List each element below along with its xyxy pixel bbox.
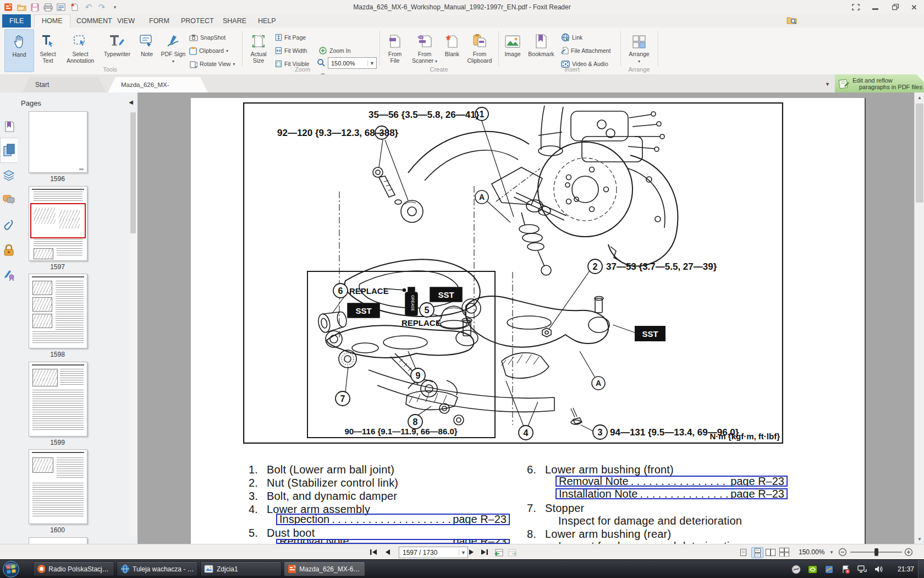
attachments-panel-icon[interactable] bbox=[2, 217, 15, 232]
zoom-combo-arrow-icon[interactable]: ▼ bbox=[367, 61, 376, 66]
scroll-up-icon[interactable]: ▲ bbox=[915, 93, 924, 102]
removal-note-link[interactable]: Removal Note. . . . . . . . . . . . . . … bbox=[556, 476, 788, 487]
select-annotation-button[interactable]: Select Annotation bbox=[63, 29, 98, 71]
tab-protect[interactable]: PROTECT bbox=[174, 14, 221, 28]
zoom-slider-handle[interactable] bbox=[875, 548, 878, 556]
document-area[interactable]: 35—56 {3.5—5.8, 26—41} 92—120 {9.3—12.3,… bbox=[138, 92, 914, 544]
insert-file-attachment-button[interactable]: File Attachment bbox=[561, 44, 610, 57]
facing-view-icon[interactable] bbox=[765, 547, 776, 557]
tray-update-icon[interactable] bbox=[824, 564, 834, 574]
status-zoom-in-icon[interactable] bbox=[904, 547, 913, 557]
create-from-scanner-button[interactable]: From Scanner ▾ bbox=[409, 29, 440, 71]
next-page-button[interactable] bbox=[469, 547, 474, 557]
thumbnail-page-1596[interactable] bbox=[29, 111, 87, 173]
create-from-file-button[interactable]: From File bbox=[383, 29, 407, 71]
fit-width-button[interactable]: Fit Width bbox=[275, 44, 307, 57]
layers-panel-icon[interactable] bbox=[2, 168, 15, 183]
status-zoom-dropdown-icon[interactable]: ▼ bbox=[829, 550, 834, 555]
zoom-level-combobox[interactable]: 150.00% ▼ bbox=[328, 57, 377, 69]
tray-nvidia-icon[interactable] bbox=[807, 564, 817, 574]
create-blank-button[interactable]: Blank bbox=[442, 29, 462, 71]
document-scrollbar[interactable]: ▲ ▼ bbox=[914, 92, 924, 544]
typewriter-button[interactable]: Typewriter bbox=[100, 29, 134, 71]
note-button[interactable]: Note bbox=[136, 29, 157, 71]
insert-bookmark-button[interactable]: Bookmark bbox=[526, 29, 557, 71]
taskbar-button-photos[interactable]: Zdjcia1 bbox=[200, 561, 282, 576]
search-folder-icon[interactable] bbox=[787, 15, 797, 27]
print-icon[interactable] bbox=[43, 2, 53, 12]
tab-share[interactable]: SHARE bbox=[216, 14, 254, 28]
page-combo-arrow-icon[interactable]: ▼ bbox=[459, 550, 468, 555]
actual-size-button[interactable]: Actual Size bbox=[245, 29, 272, 71]
hand-tool-button[interactable]: Hand bbox=[4, 29, 34, 72]
tab-file[interactable]: FILE bbox=[2, 14, 31, 28]
inspection-link[interactable]: Inspection. . . . . . . . . . . . . . . … bbox=[276, 514, 510, 525]
clipboard-button[interactable]: Clipboard▾ bbox=[189, 44, 228, 57]
start-button[interactable] bbox=[2, 560, 20, 578]
pages-panel-tab-active[interactable] bbox=[0, 138, 18, 163]
thumbnail-page-1599[interactable] bbox=[29, 362, 87, 437]
thumbnail-page-1598[interactable] bbox=[29, 274, 87, 348]
taskbar-clock[interactable]: 21:37 bbox=[898, 560, 914, 578]
redo-icon[interactable]: ↷ bbox=[97, 2, 107, 12]
continuous-view-icon[interactable] bbox=[751, 547, 763, 558]
email-document-icon[interactable] bbox=[56, 2, 66, 12]
taskbar-button-foxit[interactable]: Mazda_626_MX-6_W... bbox=[284, 561, 365, 576]
tab-form[interactable]: FORM bbox=[142, 14, 177, 28]
thumbnail-page-1597[interactable] bbox=[29, 186, 87, 261]
create-from-clipboard-button[interactable]: From Clipboard bbox=[464, 29, 495, 71]
undo-icon[interactable]: ↶ bbox=[84, 2, 94, 12]
select-text-button[interactable]: Select Text bbox=[35, 29, 61, 71]
minimize-button[interactable] bbox=[870, 3, 881, 12]
pages-panel-scrollbar[interactable] bbox=[130, 112, 136, 536]
taskbar-button-radio[interactable]: Radio PolskaStacja - ... bbox=[33, 561, 114, 576]
new-document-icon[interactable] bbox=[69, 2, 79, 12]
bookmarks-panel-icon[interactable] bbox=[2, 119, 15, 134]
save-icon[interactable] bbox=[30, 2, 40, 12]
taskbar-button-browser[interactable]: Tuleja wachacza - G... bbox=[117, 561, 198, 576]
status-zoom-out-icon[interactable] bbox=[838, 547, 847, 557]
tab-start[interactable]: Start bbox=[22, 77, 106, 92]
open-file-icon[interactable] bbox=[16, 2, 26, 12]
single-page-view-icon[interactable] bbox=[738, 547, 749, 557]
tab-help[interactable]: HELP bbox=[251, 14, 283, 28]
tray-volume-icon[interactable] bbox=[873, 564, 883, 574]
snapshot-button[interactable]: SnapShot bbox=[189, 31, 226, 44]
restore-button[interactable] bbox=[890, 3, 901, 12]
next-view-button[interactable] bbox=[508, 547, 518, 557]
page-number-field[interactable]: 1597 / 1730 ▼ bbox=[399, 547, 468, 558]
tray-network-icon[interactable] bbox=[857, 564, 867, 574]
insert-link-button[interactable]: Link bbox=[561, 31, 582, 44]
installation-note-link[interactable]: Installation Note. . . . . . . . . . . .… bbox=[556, 488, 788, 499]
fullscreen-icon[interactable] bbox=[850, 3, 861, 12]
collapse-panel-icon[interactable]: ◀ bbox=[129, 99, 133, 105]
security-panel-icon[interactable] bbox=[2, 243, 15, 257]
previous-view-button[interactable] bbox=[494, 547, 503, 557]
pdf-sign-button[interactable]: PDF Sign ▾ bbox=[161, 29, 186, 71]
removal-note-link-partial[interactable]: Removal Note. . . . . . . . . . . . . . … bbox=[276, 539, 510, 544]
tab-document[interactable]: Mazda_626_MX-6_Works... ✕ bbox=[108, 77, 208, 92]
zoom-in-button[interactable]: Zoom In bbox=[319, 44, 351, 57]
scroll-down-icon[interactable]: ▼ bbox=[915, 535, 924, 543]
close-button[interactable]: ✕ bbox=[909, 3, 920, 12]
rotate-view-button[interactable]: Rotate View▾ bbox=[189, 57, 235, 70]
fit-page-button[interactable]: Fit Page bbox=[275, 31, 306, 44]
signature-panel-icon[interactable] bbox=[2, 268, 15, 282]
edit-reflow-banner[interactable]: Edit and reflow paragraphs in PDF files bbox=[835, 74, 924, 92]
tab-list-dropdown-icon[interactable]: ▼ bbox=[825, 81, 830, 87]
continuous-facing-view-icon[interactable] bbox=[779, 547, 790, 557]
comments-panel-icon[interactable] bbox=[2, 193, 15, 207]
show-desktop-button[interactable] bbox=[918, 560, 924, 578]
thumbnail-page-1600[interactable] bbox=[29, 449, 87, 524]
insert-image-button[interactable]: Image bbox=[502, 29, 524, 71]
scrollbar-thumb[interactable] bbox=[916, 103, 923, 203]
tab-view[interactable]: VIEW bbox=[110, 14, 142, 28]
tray-action-center-icon[interactable] bbox=[840, 564, 850, 574]
previous-page-button[interactable] bbox=[385, 547, 391, 557]
customize-quick-access-icon[interactable]: ▾ bbox=[110, 2, 120, 12]
tray-app-icon[interactable] bbox=[791, 564, 801, 574]
first-page-button[interactable] bbox=[370, 547, 377, 557]
arrange-button[interactable]: Arrange▾ bbox=[625, 29, 653, 71]
last-page-button[interactable] bbox=[481, 547, 488, 557]
tab-home[interactable]: HOME bbox=[34, 14, 70, 28]
